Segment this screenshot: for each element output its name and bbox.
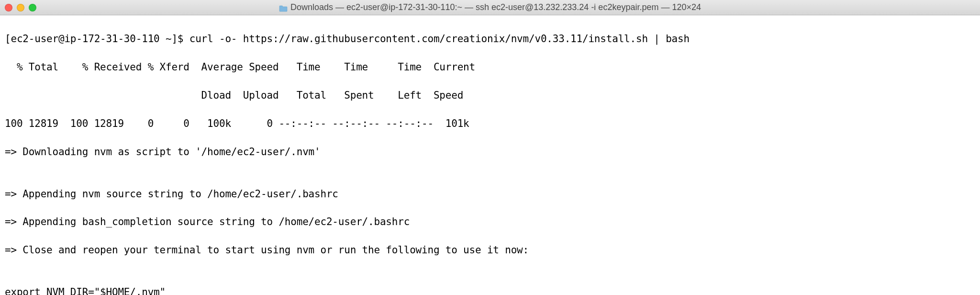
window-title: Downloads — ec2-user@ip-172-31-30-110:~ … <box>290 2 701 12</box>
traffic-lights <box>5 4 36 11</box>
window-title-wrap: Downloads — ec2-user@ip-172-31-30-110:~ … <box>0 2 980 12</box>
minimize-button[interactable] <box>17 4 24 11</box>
terminal-line: export NVM_DIR="$HOME/.nvm" <box>5 285 975 295</box>
terminal-line: Dload Upload Total Spent Left Speed <box>5 89 975 102</box>
window-titlebar: Downloads — ec2-user@ip-172-31-30-110:~ … <box>0 0 980 15</box>
terminal-line: % Total % Received % Xferd Average Speed… <box>5 60 975 74</box>
close-button[interactable] <box>5 4 12 11</box>
terminal-line: => Appending bash_completion source stri… <box>5 215 975 229</box>
terminal-line: [ec2-user@ip-172-31-30-110 ~]$ curl -o- … <box>5 32 975 46</box>
terminal-line: 100 12819 100 12819 0 0 100k 0 --:--:-- … <box>5 117 975 131</box>
terminal-line: => Close and reopen your terminal to sta… <box>5 243 975 257</box>
terminal-output[interactable]: [ec2-user@ip-172-31-30-110 ~]$ curl -o- … <box>0 15 980 295</box>
maximize-button[interactable] <box>29 4 36 11</box>
folder-icon <box>279 4 288 11</box>
terminal-line: => Appending nvm source string to /home/… <box>5 187 975 201</box>
terminal-line: => Downloading nvm as script to '/home/e… <box>5 145 975 159</box>
